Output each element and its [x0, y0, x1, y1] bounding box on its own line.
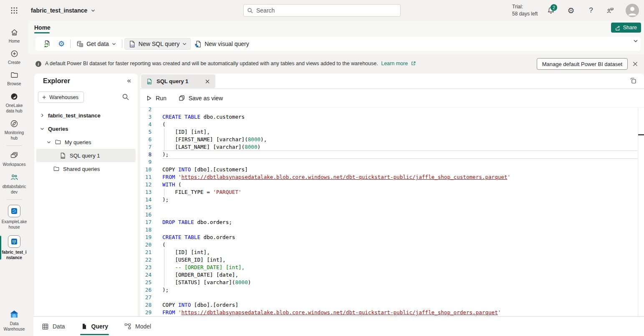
code-line[interactable] [162, 294, 637, 301]
sidebar-item-label: Browse [7, 81, 21, 87]
external-link-icon[interactable] [411, 61, 416, 66]
code-line[interactable]: COPY INTO [dbo].[customers] [162, 166, 637, 173]
code-line[interactable]: [LAST_NAME] [varchar](8000) [162, 143, 637, 151]
tree-item-sql-query-1[interactable]: SQL SQL query 1 [36, 149, 136, 162]
tree-item-my-queries[interactable]: My queries [34, 135, 138, 149]
tree-item-label: fabric_test_instance [48, 112, 101, 119]
code-line[interactable]: [ORDER_DATE] [date], [162, 271, 637, 279]
code-line[interactable]: ); [162, 196, 637, 204]
tab-label: Model [135, 323, 151, 330]
code-line[interactable]: [STATUS] [varchar](8000) [162, 279, 637, 286]
new-visual-query-button[interactable]: New visual query [191, 38, 253, 50]
manage-default-dataset-button[interactable]: Manage default Power BI dataset [537, 58, 628, 70]
notifications-button[interactable]: 2 [544, 4, 558, 17]
code-line[interactable]: [FIRST_NAME] [varchar](8000), [162, 136, 637, 143]
save-as-view-icon [178, 94, 185, 102]
code-line[interactable]: FROM 'https://dbtlabsynapsedatalake.blob… [162, 309, 637, 316]
code-line[interactable] [162, 158, 637, 166]
explorer-tree: fabric_test_instance Queries My queries [34, 109, 138, 176]
code-line[interactable]: COPY INTO [dbo].[orders] [162, 301, 637, 309]
settings-button[interactable]: ⚙ [564, 4, 578, 17]
warehouse-icon [10, 237, 18, 246]
sidebar-item-home[interactable]: Home [0, 25, 28, 46]
code-lines: CREATE TABLE dbo.customers( [ID] [int], … [162, 107, 637, 316]
toolbar-divider [70, 40, 71, 48]
code-line[interactable]: CREATE TABLE dbo.orders [162, 234, 637, 241]
code-line[interactable] [162, 107, 637, 113]
code-line[interactable]: DROP TABLE dbo.orders; [162, 219, 637, 226]
banner-text: A default Power BI dataset for faster re… [45, 61, 378, 66]
save-as-view-button[interactable]: Save as view [178, 94, 223, 102]
sidebar-item-create[interactable]: Create [0, 46, 28, 68]
tab-home[interactable]: Home [34, 21, 51, 34]
tab-data[interactable]: Data [42, 317, 65, 336]
editor-scrollbar[interactable] [638, 107, 644, 316]
refresh-document-button[interactable] [40, 38, 55, 50]
toolbar-divider [122, 40, 122, 48]
tree-item-queries[interactable]: Queries [34, 122, 138, 135]
explorer-search-button[interactable] [122, 93, 130, 102]
sql-code-editor[interactable]: 2345678910111213141516171819202122232425… [140, 107, 644, 316]
new-sql-query-button[interactable]: SQL New SQL query [124, 38, 191, 50]
code-line[interactable]: -- [ORDER_DATE] [int], [162, 264, 637, 271]
help-button[interactable]: ? [584, 4, 598, 17]
sidebar-item-data-warehouse[interactable]: Data Warehouse [0, 306, 28, 334]
sidebar-item-monitoring-hub[interactable]: Monitoring hub [0, 116, 28, 143]
sidebar-item-dbtlabsfabricdev[interactable]: dbtlabsfabricdev [0, 170, 28, 197]
chevron-right-icon [40, 113, 45, 118]
data-grid-icon [42, 323, 49, 330]
app-launcher-button[interactable] [8, 5, 20, 16]
account-avatar[interactable] [626, 4, 639, 17]
get-data-button[interactable]: Get data [73, 38, 120, 50]
explorer-panel: Explorer « + Warehouses fabric_test_inst… [34, 74, 138, 316]
share-button[interactable]: Share [611, 23, 641, 33]
top-header: fabric_test_instance Trial: 58 days left… [0, 0, 644, 21]
code-line[interactable]: ( [162, 121, 637, 128]
code-line[interactable]: ); [162, 286, 637, 294]
code-line[interactable]: FILE_TYPE = 'PARQUET' [162, 188, 637, 196]
sidebar-item-workspaces[interactable]: Workspaces [0, 148, 28, 170]
code-line[interactable] [162, 226, 637, 234]
sidebar-item-browse[interactable]: Browse [0, 68, 28, 89]
code-line[interactable]: ( [162, 241, 637, 249]
code-line[interactable]: [ID] [int], [162, 249, 637, 256]
feedback-button[interactable] [604, 4, 617, 17]
copy-button[interactable] [629, 77, 638, 86]
tree-item-shared-queries[interactable]: Shared queries [34, 162, 138, 176]
code-line[interactable] [162, 211, 637, 219]
code-line[interactable]: CREATE TABLE dbo.customers [162, 113, 637, 121]
toolbar-band: ⚙ Get data [28, 34, 644, 54]
code-line[interactable]: [ID] [int], [162, 128, 637, 136]
code-line[interactable]: FROM 'https://dbtlabsynapsedatalake.blob… [162, 173, 637, 181]
tab-query[interactable]: Query [81, 317, 108, 336]
tab-model[interactable]: Model [124, 317, 151, 336]
add-warehouses-button[interactable]: + Warehouses [38, 92, 84, 103]
query-command-bar: Run Save as view [140, 89, 644, 107]
lakehouse-tile [8, 205, 20, 217]
help-icon: ? [589, 6, 593, 15]
tab-sql-query-1[interactable]: SQL SQL query 1 [141, 74, 215, 88]
sidebar-item-fabric-test-instance[interactable]: fabric_test_instance [0, 232, 28, 263]
trial-label: Trial: [512, 3, 538, 10]
close-icon [205, 79, 210, 84]
workspace-switcher[interactable]: fabric_test_instance [31, 0, 96, 21]
learn-more-link[interactable]: Learn more [381, 61, 408, 66]
tab-close-button[interactable] [204, 78, 211, 85]
query-settings-button[interactable]: ⚙ [55, 38, 68, 50]
toolbar-expand-button[interactable] [632, 38, 639, 44]
model-diagram-icon [124, 323, 131, 330]
search-input[interactable] [256, 7, 397, 14]
chevron-down-icon [111, 41, 116, 46]
run-button[interactable]: Run [146, 95, 167, 102]
sidebar-item-onelake-data-hub[interactable]: OneLake data hub [0, 89, 28, 116]
sidebar-item-examplelakehouse[interactable]: ExampleLakehouse [0, 202, 28, 232]
code-line[interactable]: WITH ( [162, 181, 637, 188]
chevron-down-icon [91, 8, 96, 13]
workspaces-icon [10, 151, 19, 160]
collapse-panel-button[interactable]: « [127, 76, 131, 85]
code-line[interactable]: ); [162, 151, 637, 158]
code-line[interactable] [162, 204, 637, 211]
banner-close-button[interactable] [631, 60, 639, 68]
tree-item-warehouse[interactable]: fabric_test_instance [34, 109, 138, 122]
code-line[interactable]: [USER_ID] [int], [162, 256, 637, 264]
